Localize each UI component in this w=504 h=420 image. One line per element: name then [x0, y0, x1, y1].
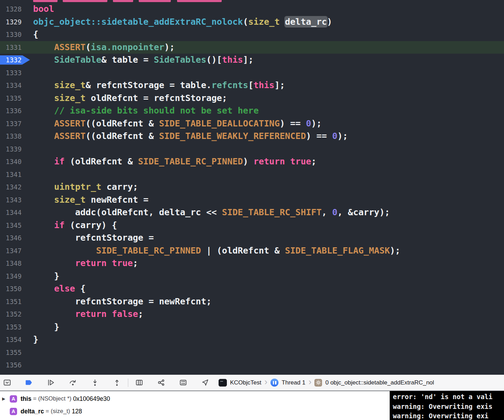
step-into-icon[interactable]: [91, 378, 99, 387]
thread-icon[interactable]: [270, 379, 278, 387]
code-text: ASSERT(isa.nonpointer);: [33, 41, 175, 54]
code-line[interactable]: 1348 return true;: [0, 257, 504, 270]
code-line[interactable]: 1333: [0, 67, 504, 79]
stack-frame-name[interactable]: 0 objc_object::sidetable_addExtraRC_nol: [325, 379, 504, 386]
code-line[interactable]: 1330{: [0, 28, 504, 41]
console-line: warning: Overwriting exis: [393, 402, 504, 412]
line-number[interactable]: 1352: [0, 308, 22, 321]
process-name[interactable]: KCObjcTest: [230, 379, 261, 386]
code-line[interactable]: 1340 if (oldRefcnt & SIDE_TABLE_RC_PINNE…: [0, 155, 504, 168]
line-number[interactable]: 1348: [0, 257, 22, 270]
line-number[interactable]: 1330: [0, 28, 22, 41]
debug-memory-graph-icon[interactable]: [157, 378, 166, 387]
line-number[interactable]: 1339: [0, 143, 22, 156]
clipped-line-remnant: [113, 0, 133, 2]
line-number[interactable]: 1343: [0, 194, 22, 207]
line-number[interactable]: 1336: [0, 104, 22, 117]
line-number[interactable]: 1338: [0, 130, 22, 143]
line-number[interactable]: 1345: [0, 219, 22, 232]
code-line[interactable]: 1336 // isa-side bits should not be set …: [0, 104, 504, 117]
variable-row[interactable]: ▶Athis = (NSObject *) 0x100649e30: [0, 392, 390, 405]
code-lines: 1328bool1329objc_object::sidetable_addEx…: [0, 3, 504, 372]
code-text: size_t oldRefcnt = refcntStorage;: [33, 92, 227, 105]
code-text: uintptr_t carry;: [33, 181, 138, 194]
variable-row[interactable]: ▶Adelta_rc = (size_t) 128: [0, 405, 390, 418]
line-number[interactable]: 1329: [0, 16, 22, 29]
line-number[interactable]: 1344: [0, 206, 22, 219]
disclosure-triangle-icon[interactable]: ▶: [2, 396, 10, 401]
line-number[interactable]: 1335: [0, 92, 22, 105]
code-text: // isa-side bits should not be set here: [33, 104, 259, 117]
code-line[interactable]: 1350 else {: [0, 282, 504, 295]
code-line[interactable]: 1354}: [0, 333, 504, 346]
code-line[interactable]: 1331 ASSERT(isa.nonpointer);: [0, 41, 504, 54]
console-output[interactable]: error: 'nd' is not a valiwarning: Overwr…: [390, 391, 504, 420]
line-number[interactable]: 1354: [0, 333, 22, 346]
code-text: SideTable& table = SideTables()[this];: [33, 54, 253, 67]
code-line[interactable]: 1339: [0, 143, 504, 156]
clipped-line-remnant: [63, 0, 107, 2]
line-number[interactable]: 1340: [0, 155, 22, 168]
code-text: size_t& refcntStorage = table.refcnts[th…: [33, 79, 285, 92]
line-number[interactable]: 1356: [0, 359, 22, 372]
debug-area: ▶Athis = (NSObject *) 0x100649e30▶Adelta…: [0, 391, 504, 420]
activate-breakpoints-icon[interactable]: [25, 378, 33, 387]
code-line[interactable]: 1334 size_t& refcntStorage = table.refcn…: [0, 79, 504, 92]
code-line[interactable]: 1345 if (carry) {: [0, 219, 504, 232]
variable-kind-badge: A: [10, 408, 17, 415]
clipped-line-remnant: [139, 0, 171, 2]
thread-name[interactable]: Thread 1: [282, 379, 305, 386]
line-number[interactable]: 1342: [0, 181, 22, 194]
hide-debug-area-icon[interactable]: [3, 378, 12, 387]
line-number[interactable]: 1346: [0, 232, 22, 244]
line-number[interactable]: 1334: [0, 79, 22, 92]
line-number[interactable]: 1351: [0, 295, 22, 308]
line-number[interactable]: 1333: [0, 67, 22, 79]
code-text: refcntStorage = newRefcnt;: [33, 295, 212, 308]
variable-name: this: [21, 395, 31, 403]
line-number[interactable]: 1350: [0, 282, 22, 295]
code-line[interactable]: 1346 refcntStorage =: [0, 232, 504, 244]
code-line[interactable]: 1332 SideTable& table = SideTables()[thi…: [0, 54, 504, 67]
code-line[interactable]: 1343 size_t newRefcnt =: [0, 194, 504, 207]
step-over-icon[interactable]: [69, 378, 77, 387]
simulate-location-icon[interactable]: [201, 378, 209, 387]
line-number[interactable]: 1332: [0, 54, 22, 67]
code-line[interactable]: 1352 return false;: [0, 308, 504, 321]
console-line: error: 'nd' is not a vali: [393, 392, 504, 402]
process-icon[interactable]: [219, 379, 227, 387]
step-out-icon[interactable]: [113, 378, 121, 387]
code-line[interactable]: 1341: [0, 168, 504, 181]
line-number[interactable]: 1355: [0, 346, 22, 359]
line-number[interactable]: 1337: [0, 117, 22, 130]
code-line[interactable]: 1347 SIDE_TABLE_RC_PINNED | (oldRefcnt &…: [0, 244, 504, 257]
line-number[interactable]: 1328: [0, 3, 22, 16]
code-line[interactable]: 1353 }: [0, 321, 504, 334]
line-number[interactable]: 1331: [0, 41, 22, 54]
code-editor[interactable]: 1328bool1329objc_object::sidetable_addEx…: [0, 0, 504, 375]
line-number[interactable]: 1349: [0, 270, 22, 283]
code-line[interactable]: 1356: [0, 359, 504, 372]
continue-icon[interactable]: [47, 378, 55, 387]
code-line[interactable]: 1329objc_object::sidetable_addExtraRC_no…: [0, 16, 504, 29]
code-line[interactable]: 1335 size_t oldRefcnt = refcntStorage;: [0, 92, 504, 105]
variables-view[interactable]: ▶Athis = (NSObject *) 0x100649e30▶Adelta…: [0, 391, 390, 420]
code-line[interactable]: 1344 addc(oldRefcnt, delta_rc << SIDE_TA…: [0, 206, 504, 219]
code-line[interactable]: 1355: [0, 346, 504, 359]
debug-view-hierarchy-icon[interactable]: [135, 378, 144, 387]
code-line[interactable]: 1349 }: [0, 270, 504, 283]
code-text: objc_object::sidetable_addExtraRC_nolock…: [33, 16, 332, 29]
variable-kind-badge: A: [10, 395, 17, 403]
variable-value: 128: [72, 408, 82, 415]
line-number[interactable]: 1347: [0, 244, 22, 257]
stack-frame-icon[interactable]: [314, 379, 322, 387]
code-line[interactable]: 1351 refcntStorage = newRefcnt;: [0, 295, 504, 308]
code-text: ASSERT((oldRefcnt & SIDE_TABLE_DEALLOCAT…: [33, 117, 322, 130]
line-number[interactable]: 1341: [0, 168, 22, 181]
line-number[interactable]: 1353: [0, 321, 22, 334]
code-line[interactable]: 1337 ASSERT((oldRefcnt & SIDE_TABLE_DEAL…: [0, 117, 504, 130]
code-line[interactable]: 1338 ASSERT((oldRefcnt & SIDE_TABLE_WEAK…: [0, 130, 504, 143]
code-line[interactable]: 1342 uintptr_t carry;: [0, 181, 504, 194]
environment-overrides-icon[interactable]: [179, 378, 188, 387]
code-line[interactable]: 1328bool: [0, 3, 504, 16]
